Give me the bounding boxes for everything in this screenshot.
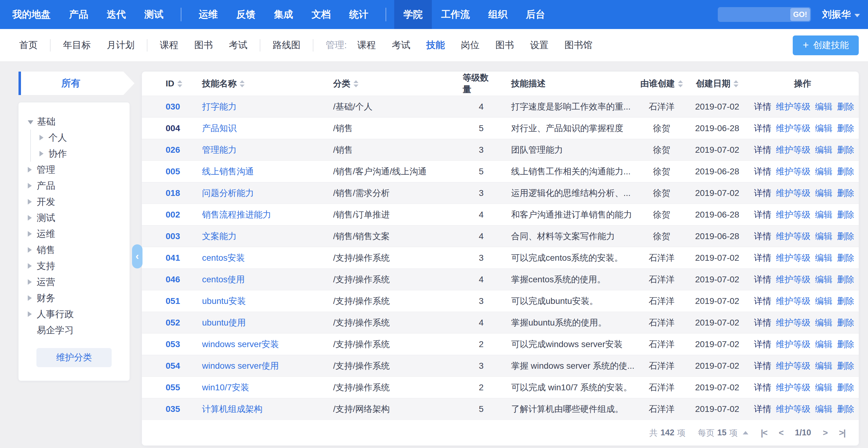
- maintain-level-link[interactable]: 维护等级: [776, 122, 811, 134]
- sort-icon[interactable]: [240, 80, 245, 87]
- create-skill-button[interactable]: + 创建技能: [793, 35, 859, 55]
- column-header[interactable]: ID: [142, 79, 197, 89]
- skill-id-link[interactable]: 026: [166, 145, 180, 155]
- nav-item[interactable]: 课程: [349, 39, 384, 52]
- skill-id-link[interactable]: 054: [166, 361, 180, 370]
- detail-link[interactable]: 详情: [754, 144, 771, 156]
- caret-right-icon[interactable]: [28, 183, 32, 188]
- delete-link[interactable]: 删除: [837, 252, 855, 264]
- column-header[interactable]: 由谁创建: [639, 78, 685, 89]
- sort-icon[interactable]: [734, 80, 739, 87]
- nav-item[interactable]: 产品: [60, 0, 97, 29]
- delete-link[interactable]: 删除: [837, 317, 855, 329]
- edit-link[interactable]: 编辑: [815, 360, 833, 372]
- maintain-level-link[interactable]: 维护等级: [776, 252, 811, 264]
- edit-link[interactable]: 编辑: [815, 382, 833, 393]
- maintain-level-link[interactable]: 维护等级: [776, 360, 811, 372]
- delete-link[interactable]: 删除: [837, 295, 855, 307]
- edit-link[interactable]: 编辑: [815, 231, 833, 242]
- delete-link[interactable]: 删除: [837, 209, 855, 220]
- detail-link[interactable]: 详情: [754, 231, 771, 242]
- skill-id-link[interactable]: 035: [166, 404, 180, 414]
- edit-link[interactable]: 编辑: [815, 209, 833, 220]
- tree-item[interactable]: 个人: [31, 129, 129, 146]
- skill-id-link[interactable]: 041: [166, 253, 180, 263]
- tree-item[interactable]: 运营: [19, 274, 129, 290]
- column-header[interactable]: 创建日期: [685, 78, 749, 89]
- edit-link[interactable]: 编辑: [815, 274, 833, 286]
- delete-link[interactable]: 删除: [837, 274, 855, 286]
- delete-link[interactable]: 删除: [837, 403, 855, 415]
- search-input[interactable]: [719, 8, 790, 21]
- nav-item[interactable]: 技能: [418, 39, 453, 52]
- caret-right-icon[interactable]: [28, 263, 32, 269]
- user-menu[interactable]: 刘振华: [822, 8, 860, 21]
- nav-item[interactable]: 测试: [135, 0, 173, 29]
- delete-link[interactable]: 删除: [837, 101, 855, 113]
- skill-name-link[interactable]: 线上销售沟通: [202, 167, 254, 176]
- skill-id-link[interactable]: 051: [166, 296, 180, 306]
- caret-right-icon[interactable]: [28, 295, 32, 301]
- caret-right-icon[interactable]: [28, 199, 32, 205]
- caret-right-icon[interactable]: [39, 151, 43, 156]
- skill-name-link[interactable]: 销售流程推进能力: [202, 210, 271, 219]
- maintain-level-link[interactable]: 维护等级: [776, 144, 811, 156]
- detail-link[interactable]: 详情: [754, 209, 771, 220]
- skill-name-link[interactable]: centos使用: [202, 275, 245, 284]
- skill-id-link[interactable]: 003: [166, 231, 180, 241]
- skill-name-link[interactable]: 问题分析能力: [202, 188, 254, 198]
- skill-id-link[interactable]: 002: [166, 210, 180, 219]
- caret-right-icon[interactable]: [28, 279, 32, 285]
- tree-item[interactable]: 产品: [19, 178, 129, 194]
- delete-link[interactable]: 删除: [837, 144, 855, 156]
- nav-item[interactable]: 学院: [394, 0, 432, 29]
- detail-link[interactable]: 详情: [754, 252, 771, 264]
- detail-link[interactable]: 详情: [754, 187, 771, 199]
- skill-id-link[interactable]: 055: [166, 383, 180, 392]
- skill-id-link[interactable]: 046: [166, 275, 180, 284]
- next-page-button[interactable]: >: [823, 428, 827, 438]
- sort-icon[interactable]: [353, 80, 359, 87]
- nav-item[interactable]: 年目标: [55, 39, 99, 52]
- nav-item[interactable]: 反馈: [227, 0, 265, 29]
- maintain-level-link[interactable]: 维护等级: [776, 274, 811, 286]
- nav-item[interactable]: 图书: [186, 39, 221, 52]
- skill-id-link[interactable]: 018: [166, 188, 180, 198]
- nav-item[interactable]: 图书: [487, 39, 522, 52]
- nav-item[interactable]: 考试: [384, 39, 418, 52]
- maintain-level-link[interactable]: 维护等级: [776, 295, 811, 307]
- maintain-level-link[interactable]: 维护等级: [776, 338, 811, 350]
- nav-item[interactable]: 岗位: [453, 39, 487, 52]
- caret-right-icon[interactable]: [28, 311, 32, 317]
- caret-right-icon[interactable]: [28, 167, 32, 173]
- detail-link[interactable]: 详情: [754, 317, 771, 329]
- maintain-level-link[interactable]: 维护等级: [776, 101, 811, 113]
- tree-item[interactable]: 人事行政: [19, 306, 129, 322]
- pagination-per-page[interactable]: 每页 15 项: [698, 427, 748, 439]
- detail-link[interactable]: 详情: [754, 360, 771, 372]
- skill-id-link[interactable]: 052: [166, 318, 180, 327]
- edit-link[interactable]: 编辑: [815, 101, 833, 113]
- caret-right-icon[interactable]: [28, 215, 32, 220]
- nav-item[interactable]: 迭代: [97, 0, 135, 29]
- edit-link[interactable]: 编辑: [815, 252, 833, 264]
- nav-item[interactable]: 运维: [189, 0, 227, 29]
- skill-name-link[interactable]: 产品知识: [202, 123, 237, 133]
- skill-name-link[interactable]: ubuntu安装: [202, 296, 246, 306]
- delete-link[interactable]: 删除: [837, 122, 855, 134]
- sidebar-all-filter[interactable]: 所有: [19, 71, 134, 95]
- edit-link[interactable]: 编辑: [815, 122, 833, 134]
- caret-right-icon[interactable]: [39, 135, 43, 140]
- skill-id-link[interactable]: 053: [166, 339, 180, 349]
- last-page-button[interactable]: >|: [839, 428, 845, 438]
- tree-item[interactable]: 运维: [19, 226, 129, 242]
- skill-name-link[interactable]: windows server安装: [202, 339, 279, 349]
- skill-id-link[interactable]: 005: [166, 167, 180, 176]
- nav-item[interactable]: 工作流: [432, 0, 479, 29]
- tree-item[interactable]: 开发: [19, 194, 129, 210]
- per-page-dropdown-icon[interactable]: [743, 431, 748, 435]
- delete-link[interactable]: 删除: [837, 382, 855, 393]
- skill-name-link[interactable]: centos安装: [202, 253, 245, 263]
- skill-name-link[interactable]: ubuntu使用: [202, 318, 246, 327]
- column-header[interactable]: 技能名称: [197, 78, 330, 89]
